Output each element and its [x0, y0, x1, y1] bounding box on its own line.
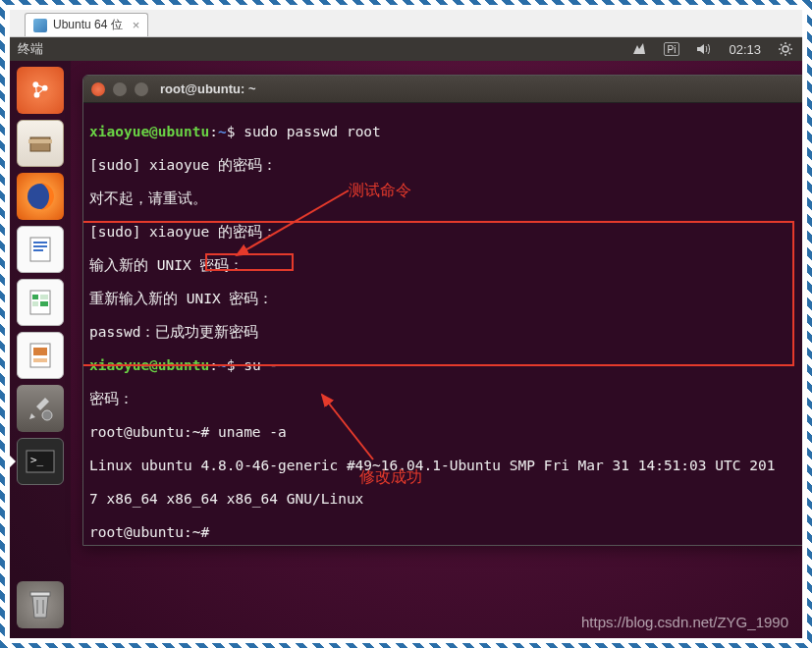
svg-rect-5: [28, 139, 52, 143]
svg-rect-12: [32, 295, 38, 299]
libreoffice-calc-icon[interactable]: [17, 279, 64, 326]
watermark: https://blog.csdn.net/ZYG_1990: [581, 614, 788, 630]
svg-text:>_: >_: [30, 454, 44, 466]
prompt-user: xiaoyue@ubuntu: [89, 357, 209, 373]
term-line: [sudo] xiaoyue 的密码：: [89, 157, 800, 174]
vm-tab-label: Ubuntu 64 位: [53, 17, 123, 33]
term-line: $ su -: [227, 357, 278, 373]
launcher: >_: [10, 61, 71, 638]
outer-frame: Ubuntu 64 位 × 终端 Pi 02:13: [0, 0, 812, 648]
term-line: Linux ubuntu 4.8.0-46-generic #49~16.04.…: [89, 458, 800, 474]
svg-point-19: [42, 410, 52, 420]
svg-rect-13: [40, 295, 48, 299]
window-minimize-icon[interactable]: [113, 82, 127, 96]
term-line: root@ubuntu:~# uname -a: [89, 424, 800, 441]
files-icon[interactable]: [17, 120, 64, 167]
term-line: passwd：已成功更新密码: [89, 324, 800, 341]
term-line: [sudo] xiaoyue 的密码：: [89, 224, 800, 241]
term-line: 对不起，请重试。: [89, 190, 800, 207]
prompt-path: ~: [218, 357, 227, 373]
term-line: 密码：: [89, 391, 800, 407]
svg-rect-8: [33, 242, 47, 243]
svg-rect-22: [30, 592, 50, 596]
settings-icon[interactable]: [17, 385, 64, 432]
vm-tab-bar: Ubuntu 64 位 ×: [10, 10, 802, 37]
window-maximize-icon[interactable]: [135, 82, 148, 96]
svg-point-0: [783, 46, 788, 52]
terminal-icon[interactable]: >_: [17, 438, 64, 485]
prompt-user: xiaoyue@ubuntu: [89, 124, 209, 139]
volume-icon[interactable]: [695, 40, 713, 58]
term-line: 7 x86_64 x86_64 x86_64 GNU/Linux: [89, 491, 800, 508]
svg-rect-15: [40, 301, 48, 306]
network-icon[interactable]: [630, 40, 648, 58]
libreoffice-writer-icon[interactable]: [17, 226, 64, 273]
term-line: 重新输入新的 UNIX 密码：: [89, 291, 800, 307]
trash-icon[interactable]: [17, 581, 64, 628]
vm-tab[interactable]: Ubuntu 64 位 ×: [25, 13, 148, 36]
gear-icon[interactable]: [777, 40, 794, 58]
term-line: root@ubuntu:~#: [89, 524, 800, 541]
clock[interactable]: 02:13: [729, 42, 761, 57]
svg-rect-14: [32, 301, 38, 306]
terminal-title: root@ubuntu: ~: [160, 81, 256, 96]
terminal-body[interactable]: xiaoyue@ubuntu:~$ sudo passwd root [sudo…: [83, 103, 802, 545]
window-close-icon[interactable]: [91, 82, 105, 96]
svg-rect-9: [33, 245, 47, 247]
svg-rect-18: [33, 358, 47, 362]
firefox-icon[interactable]: [17, 173, 64, 220]
desktop: 终端 Pi 02:13: [10, 37, 802, 638]
menu-bar: 终端 Pi 02:13: [10, 37, 802, 61]
keyboard-indicator[interactable]: Pi: [664, 42, 680, 56]
dash-icon[interactable]: [17, 67, 64, 114]
prompt-path: ~: [218, 124, 227, 139]
terminal-titlebar[interactable]: root@ubuntu: ~: [83, 76, 802, 103]
svg-rect-10: [33, 249, 43, 251]
monitor-icon: [33, 19, 47, 32]
term-line: 输入新的 UNIX 密码：: [89, 257, 800, 274]
term-line: $ sudo passwd root: [227, 124, 381, 139]
svg-rect-17: [33, 348, 47, 355]
menubar-app-label[interactable]: 终端: [18, 40, 43, 58]
libreoffice-impress-icon[interactable]: [17, 332, 64, 379]
terminal-window: root@ubuntu: ~ xiaoyue@ubuntu:~$ sudo pa…: [82, 75, 802, 546]
close-icon[interactable]: ×: [133, 18, 140, 32]
